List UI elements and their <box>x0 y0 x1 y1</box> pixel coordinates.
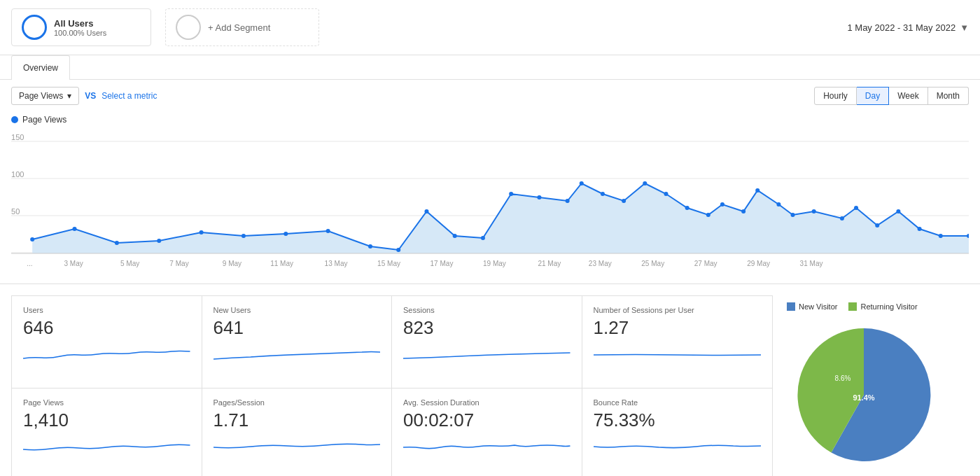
svg-text:25 May: 25 May <box>641 260 664 267</box>
svg-point-11 <box>200 230 204 234</box>
metric-value-pages-session: 1.71 <box>214 410 381 431</box>
date-range[interactable]: 1 May 2022 - 31 May 2022 ▼ <box>847 22 969 33</box>
chart-area: 150 100 50 <box>0 127 980 284</box>
sparkline-bounce-rate <box>594 437 762 458</box>
svg-text:31 May: 31 May <box>800 260 823 267</box>
metric-label-pages-session: Pages/Session <box>214 398 381 407</box>
returning-visitor-label: Returning Visitor <box>860 302 917 311</box>
metric-value-new-users: 641 <box>214 317 381 339</box>
sparkline-new-users <box>214 344 381 365</box>
svg-text:27 May: 27 May <box>694 260 718 267</box>
metric-label-users: Users <box>23 306 190 314</box>
time-btn-hourly[interactable]: Hourly <box>814 87 857 105</box>
svg-point-22 <box>566 199 570 203</box>
svg-text:91.4%: 91.4% <box>853 393 874 402</box>
pie-legend: New Visitor Returning Visitor <box>787 302 955 311</box>
sparkline-sessions <box>403 344 570 365</box>
svg-point-37 <box>854 206 858 210</box>
svg-point-28 <box>685 206 690 210</box>
svg-point-24 <box>601 192 605 196</box>
svg-point-35 <box>812 209 816 214</box>
metric-value-page-views: 1,410 <box>23 410 190 431</box>
all-users-segment[interactable]: All Users 100.00% Users <box>11 8 151 46</box>
svg-point-33 <box>776 202 780 206</box>
tab-bar: Overview <box>0 55 980 80</box>
metrics-section: Users 646 New Users 641 Sessions 823 Num… <box>0 284 980 476</box>
time-btn-month[interactable]: Month <box>928 87 969 105</box>
segment-circle-icon <box>22 15 47 40</box>
metric-label-avg-duration: Avg. Session Duration <box>403 398 570 407</box>
pie-section: New Visitor Returning Visitor 91.4% 8.6% <box>773 295 969 476</box>
metric-card-new-users: New Users 641 <box>202 296 393 388</box>
svg-point-25 <box>622 199 626 203</box>
svg-point-7 <box>30 237 34 241</box>
main-chart: 150 100 50 <box>11 127 969 281</box>
tab-overview[interactable]: Overview <box>11 55 70 80</box>
svg-point-38 <box>875 223 879 227</box>
sparkline-sessions-per-user <box>594 344 762 365</box>
metric-dropdown-arrow-icon: ▾ <box>67 91 71 101</box>
svg-point-19 <box>481 236 485 240</box>
metric-value-avg-duration: 00:02:07 <box>403 410 570 431</box>
svg-text:...: ... <box>27 260 32 267</box>
new-visitor-label: New Visitor <box>799 302 837 311</box>
sparkline-pages-session <box>214 437 381 458</box>
metric-value-bounce-rate: 75.33% <box>594 410 762 431</box>
metric-label-new-users: New Users <box>214 306 381 314</box>
page-views-legend-dot <box>11 116 18 123</box>
vs-label: VS <box>85 91 96 101</box>
metric-card-users: Users 646 <box>12 296 202 388</box>
pie-chart: 91.4% 8.6% <box>787 318 941 472</box>
svg-point-16 <box>396 248 400 252</box>
page-views-legend-label: Page Views <box>22 115 66 125</box>
add-segment-text: + Add Segment <box>208 22 270 33</box>
svg-point-21 <box>537 195 541 200</box>
svg-point-14 <box>326 229 330 233</box>
metric-dropdown[interactable]: Page Views ▾ <box>11 87 79 105</box>
new-visitor-color-swatch <box>787 302 795 311</box>
svg-point-40 <box>918 227 922 231</box>
metric-dropdown-label: Page Views <box>19 91 63 101</box>
svg-point-9 <box>115 241 119 245</box>
svg-point-39 <box>896 209 900 214</box>
svg-point-27 <box>664 192 668 196</box>
svg-point-34 <box>791 213 795 217</box>
pie-legend-new-visitor: New Visitor <box>787 302 837 311</box>
segment-title: All Users <box>54 18 106 29</box>
svg-text:13 May: 13 May <box>325 260 348 267</box>
chart-controls: Page Views ▾ VS Select a metric Hourly D… <box>0 80 980 112</box>
metric-value-sessions-per-user: 1.27 <box>594 317 762 339</box>
segment-left: All Users 100.00% Users + Add Segment <box>11 8 319 46</box>
svg-point-26 <box>643 181 647 186</box>
svg-point-20 <box>509 192 513 196</box>
date-range-text: 1 May 2022 - 31 May 2022 <box>847 22 955 33</box>
metric-label-sessions-per-user: Number of Sessions per User <box>594 306 762 314</box>
time-btn-week[interactable]: Week <box>889 87 927 105</box>
svg-point-8 <box>73 227 77 231</box>
metrics-grid: Users 646 New Users 641 Sessions 823 Num… <box>11 295 773 476</box>
date-range-arrow-icon: ▼ <box>960 22 969 33</box>
svg-text:23 May: 23 May <box>589 260 612 267</box>
metric-card-avg-duration: Avg. Session Duration 00:02:07 <box>392 388 582 476</box>
time-btn-day[interactable]: Day <box>857 87 889 105</box>
svg-text:21 May: 21 May <box>538 260 561 267</box>
svg-text:8.6%: 8.6% <box>835 374 851 382</box>
metric-card-page-views: Page Views 1,410 <box>12 388 202 476</box>
svg-text:9 May: 9 May <box>223 260 241 267</box>
svg-point-29 <box>706 213 710 217</box>
add-segment-circle-icon <box>176 15 201 40</box>
select-metric-link[interactable]: Select a metric <box>102 91 157 101</box>
svg-point-15 <box>368 244 372 248</box>
svg-text:150: 150 <box>11 133 24 141</box>
svg-point-31 <box>741 209 746 214</box>
svg-point-12 <box>241 234 246 238</box>
svg-text:7 May: 7 May <box>169 260 188 267</box>
svg-point-23 <box>580 181 584 186</box>
svg-point-17 <box>424 209 428 214</box>
segment-subtitle: 100.00% Users <box>54 29 106 37</box>
metric-card-sessions-per-user: Number of Sessions per User 1.27 <box>582 296 773 388</box>
svg-text:11 May: 11 May <box>270 260 293 267</box>
add-segment-button[interactable]: + Add Segment <box>165 8 319 46</box>
svg-text:5 May: 5 May <box>120 260 139 267</box>
header-bar: All Users 100.00% Users + Add Segment 1 … <box>0 0 980 55</box>
